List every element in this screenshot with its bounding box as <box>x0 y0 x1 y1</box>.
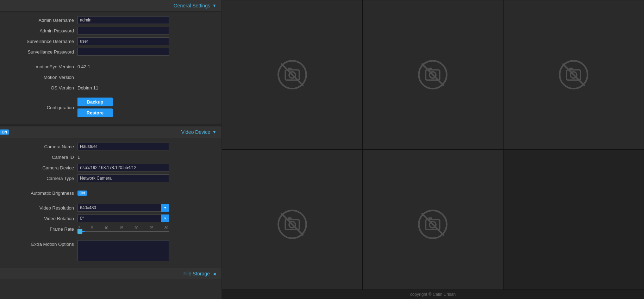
svg-line-6 <box>422 64 444 86</box>
camera-id-value: 1 <box>77 155 80 160</box>
motion-version-label: Motion Version <box>7 75 77 80</box>
no-camera-icon-1 <box>276 59 308 91</box>
surveillance-password-row: Surveillance Password <box>7 47 214 57</box>
file-storage-header[interactable]: File Storage ◄ <box>0 268 221 279</box>
video-device-chevron: ▼ <box>212 130 217 135</box>
restore-button[interactable]: Restore <box>77 108 113 117</box>
svg-rect-9 <box>429 68 432 70</box>
svg-line-11 <box>563 64 585 86</box>
camera-cell-4 <box>222 150 363 299</box>
video-device-title: Video Device <box>181 129 210 135</box>
extra-motion-row: Extra Motion Options <box>7 239 214 261</box>
no-camera-icon-5 <box>417 208 449 240</box>
admin-password-label: Admin Password <box>7 28 77 33</box>
camera-id-label: Camera ID <box>7 155 77 160</box>
configuration-row: Configuration Backup Restore <box>7 98 214 117</box>
motioneye-version-value: 0.42.1 <box>77 64 90 69</box>
camera-type-label: Camera Type <box>7 176 77 181</box>
video-device-content: Camera Name Camera ID 1 Camera Device Ca… <box>0 138 221 268</box>
no-camera-icon-4 <box>276 208 308 240</box>
file-storage-arrow: ◄ <box>212 271 217 276</box>
admin-username-input[interactable] <box>77 16 169 24</box>
config-buttons: Backup Restore <box>77 98 113 117</box>
video-rotation-select-wrapper: 0° 90° 180° 270° <box>77 214 169 222</box>
surveillance-password-label: Surveillance Password <box>7 49 77 55</box>
svg-rect-24 <box>429 217 432 219</box>
video-device-header[interactable]: ON Video Device ▼ <box>0 126 221 138</box>
svg-rect-4 <box>288 68 292 70</box>
video-resolution-select-wrapper: 640x480 1280x720 1920x1080 <box>77 204 169 212</box>
motioneye-version-label: motionEye Version <box>7 64 77 69</box>
file-storage-title: File Storage <box>183 271 210 276</box>
surveillance-username-input[interactable] <box>77 37 169 45</box>
video-resolution-label: Video Resolution <box>7 205 77 211</box>
left-panel: General Settings ▼ Admin Username Admin … <box>0 0 222 299</box>
extra-motion-textarea[interactable] <box>77 240 169 261</box>
admin-username-label: Admin Username <box>7 18 77 23</box>
camera-id-row: Camera ID 1 <box>7 152 214 162</box>
motioneye-version-row: motionEye Version 0.42.1 <box>7 62 214 71</box>
general-settings-header[interactable]: General Settings ▼ <box>0 0 221 12</box>
camera-name-label: Camera Name <box>7 144 77 149</box>
os-version-label: OS Version <box>7 85 77 91</box>
svg-line-21 <box>422 213 444 235</box>
admin-password-input[interactable] <box>77 27 169 35</box>
camera-type-row: Camera Type <box>7 173 214 183</box>
camera-cell-2 <box>363 0 504 150</box>
surveillance-username-label: Surveillance Username <box>7 39 77 44</box>
surveillance-username-row: Surveillance Username <box>7 36 214 46</box>
general-settings-chevron: ▼ <box>212 3 217 8</box>
motion-version-row: Motion Version <box>7 72 214 82</box>
camera-name-input[interactable] <box>77 143 169 150</box>
camera-device-row: Camera Device <box>7 163 214 173</box>
frame-rate-row: Frame Rate 2 5 10 15 20 25 30 <box>7 224 214 234</box>
video-rotation-select[interactable]: 0° 90° 180° 270° <box>77 214 169 222</box>
frame-rate-slider-container: 2 5 10 15 20 25 30 <box>77 226 169 232</box>
camera-cell-5 <box>363 150 504 299</box>
copyright-bar: copyright © Calin Crisan <box>222 289 644 299</box>
camera-device-label: Camera Device <box>7 165 77 170</box>
camera-name-row: Camera Name <box>7 142 214 151</box>
admin-password-row: Admin Password <box>7 26 214 36</box>
video-rotation-label: Video Rotation <box>7 216 77 221</box>
backup-button[interactable]: Backup <box>77 98 113 106</box>
configuration-label: Configuration <box>7 105 77 110</box>
on-badge: ON <box>0 130 9 135</box>
admin-username-row: Admin Username <box>7 15 214 25</box>
general-settings-title: General Settings <box>174 3 210 8</box>
general-settings-content: Admin Username Admin Password Surveillan… <box>0 12 221 124</box>
camera-cell-1 <box>222 0 363 150</box>
extra-motion-label: Extra Motion Options <box>7 240 77 247</box>
camera-cell-6 <box>503 150 644 299</box>
svg-rect-14 <box>569 68 573 70</box>
auto-brightness-row: Automatic Brightness ON <box>7 188 214 198</box>
video-resolution-row: Video Resolution 640x480 1280x720 1920x1… <box>7 203 214 213</box>
frame-rate-slider[interactable] <box>77 231 169 232</box>
os-version-value: Debian 11 <box>77 85 98 91</box>
auto-brightness-toggle[interactable]: ON <box>77 191 87 196</box>
video-resolution-select[interactable]: 640x480 1280x720 1920x1080 <box>77 204 169 212</box>
frame-rate-label: Frame Rate <box>7 226 77 232</box>
svg-rect-19 <box>288 217 292 219</box>
copyright-text: copyright © Calin Crisan <box>410 292 456 297</box>
section-gap-1 <box>0 124 221 126</box>
svg-line-1 <box>281 64 303 86</box>
auto-brightness-label: Automatic Brightness <box>7 191 77 196</box>
camera-cell-3 <box>503 0 644 150</box>
video-rotation-row: Video Rotation 0° 90° 180° 270° <box>7 213 214 223</box>
camera-type-input[interactable] <box>77 174 169 182</box>
surveillance-password-input[interactable] <box>77 48 169 56</box>
no-camera-icon-3 <box>558 59 589 91</box>
no-camera-icon-2 <box>417 59 449 91</box>
svg-line-16 <box>281 213 303 235</box>
camera-grid: copyright © Calin Crisan <box>222 0 644 299</box>
camera-device-input[interactable] <box>77 164 169 172</box>
os-version-row: OS Version Debian 11 <box>7 83 214 93</box>
